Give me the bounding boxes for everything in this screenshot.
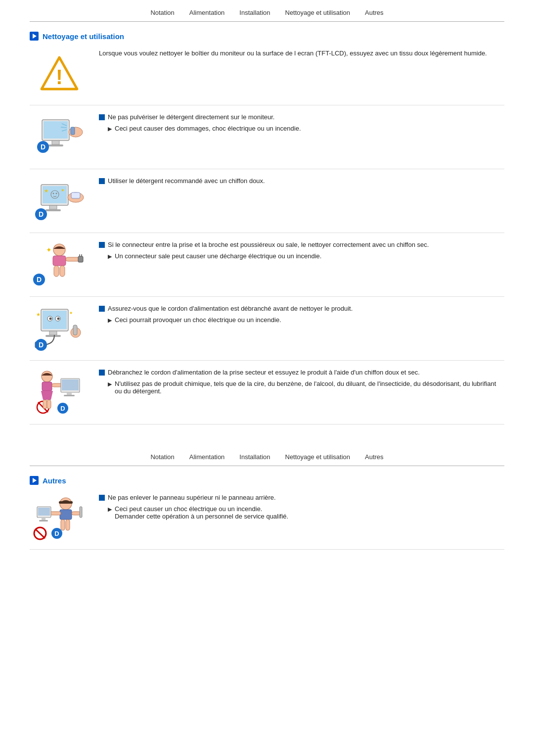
cleaning4-bullet — [99, 306, 105, 312]
svg-rect-7 — [48, 144, 63, 146]
cleaning1-bullet — [99, 114, 105, 120]
cleaning1-main-point: Ne pas pulvériser le détergent directeme… — [99, 113, 504, 121]
cleaning1-text-block: Ne pas pulvériser le détergent directeme… — [99, 112, 504, 132]
section-autres: Autres — [0, 466, 534, 555]
nav-autres[interactable]: Autres — [365, 9, 384, 16]
svg-point-19 — [56, 193, 57, 194]
others1-sub-text: Ceci peut causer un choc électrique ou u… — [115, 505, 288, 520]
svg-point-42 — [49, 317, 52, 320]
svg-rect-5 — [44, 121, 68, 139]
svg-rect-6 — [52, 141, 59, 144]
nav2-autres[interactable]: Autres — [365, 453, 384, 461]
cleaning3-sub-text: Un connecteur sale peut causer une décha… — [115, 252, 321, 260]
cleaning4-text-block: Assurez-vous que le cordon d'alimentatio… — [99, 304, 504, 324]
svg-rect-60 — [64, 395, 75, 396]
cleaning3-text-block: Si le connecteur entre la prise et la br… — [99, 240, 504, 260]
svg-text:!: ! — [56, 65, 63, 89]
svg-point-28 — [53, 244, 65, 256]
cleaning3-bullet — [99, 242, 105, 248]
nav-alimentation[interactable]: Alimentation — [189, 9, 225, 16]
cleaning1-sub-text: Ceci peut causer des dommages, choc élec… — [115, 125, 301, 132]
svg-rect-79 — [61, 520, 65, 530]
nav2-nettoyage[interactable]: Nettoyage et utilisation — [285, 453, 351, 461]
cleaning5-arrow: ▶ — [108, 381, 112, 387]
svg-text:✦: ✦ — [46, 246, 52, 254]
svg-point-44 — [57, 317, 60, 320]
svg-rect-34 — [54, 266, 59, 277]
svg-rect-31 — [78, 256, 83, 262]
section-nettoyage-title: Nettoyage et utilisation — [30, 32, 504, 41]
cleaning2-text-block: Utiliser le détergent recommandé avec un… — [99, 176, 504, 189]
cleaning5-sub-point: ▶ N'utilisez pas de produit chimique, te… — [108, 380, 504, 395]
content-row-warning: ! Lorsque vous voulez nettoyer le boîtie… — [30, 48, 504, 105]
svg-text:D: D — [54, 530, 59, 537]
section-autres-title: Autres — [30, 476, 504, 485]
svg-rect-78 — [39, 520, 48, 521]
svg-rect-73 — [72, 512, 81, 515]
svg-rect-76 — [38, 508, 50, 516]
cleaning1-image: D — [30, 112, 89, 162]
nav2-alimentation[interactable]: Alimentation — [189, 453, 225, 461]
svg-text:D: D — [37, 276, 42, 284]
svg-rect-63 — [43, 400, 47, 409]
others1-main-point: Ne pas enlever le panneau supérieur ni l… — [99, 494, 504, 501]
svg-rect-64 — [47, 400, 51, 409]
warning-text-block: Lorsque vous voulez nettoyer le boîtier … — [99, 48, 504, 57]
svg-text:D: D — [39, 210, 44, 218]
nav2-installation[interactable]: Installation — [239, 453, 270, 461]
others1-arrow: ▶ — [108, 506, 112, 513]
svg-rect-58 — [62, 379, 79, 390]
cleaning4-image: ★ ★ D — [30, 304, 89, 353]
svg-text:D: D — [60, 405, 65, 412]
svg-rect-51 — [73, 325, 77, 335]
content-row-cleaning4: ★ ★ D Assurez-vous que le cordon d'alime… — [30, 296, 504, 360]
others1-text-block: Ne pas enlever le panneau supérieur ni l… — [99, 493, 504, 520]
others1-sub-point: ▶ Ceci peut causer un choc électrique ou… — [108, 505, 504, 520]
svg-rect-47 — [49, 331, 57, 335]
cleaning3-sub-point: ▶ Un connecteur sale peut causer une déc… — [108, 252, 504, 260]
cleaning2-main-text: Utiliser le détergent recommandé avec un… — [108, 177, 265, 185]
nav2-notation[interactable]: Notation — [150, 453, 174, 461]
svg-text:★: ★ — [44, 188, 48, 193]
section-autres-label: Autres — [43, 476, 66, 485]
cleaning5-image: D — [30, 368, 89, 417]
svg-rect-35 — [60, 266, 65, 277]
warning-text: Lorsque vous voulez nettoyer le boîtier … — [99, 49, 487, 57]
svg-text:★: ★ — [61, 188, 64, 192]
content-row-cleaning1: D Ne pas pulvériser le détergent directe… — [30, 105, 504, 169]
nav-nettoyage[interactable]: Nettoyage et utilisation — [285, 9, 351, 16]
svg-line-13 — [61, 127, 67, 128]
cleaning3-image: D ✦ — [30, 240, 89, 289]
svg-rect-71 — [60, 510, 72, 520]
cleaning1-arrow: ▶ — [108, 126, 112, 132]
content-row-cleaning2: ★ ★ D Utiliser le détergent recommandé a… — [30, 169, 504, 233]
section-nettoyage-icon — [30, 32, 39, 41]
svg-rect-70 — [59, 501, 73, 504]
others1-main-text: Ne pas enlever le panneau supérieur ni l… — [108, 494, 276, 501]
nav-bar-middle: Notation Alimentation Installation Netto… — [30, 444, 504, 466]
svg-rect-74 — [80, 507, 82, 518]
svg-rect-23 — [45, 209, 61, 211]
nav-notation[interactable]: Notation — [150, 9, 174, 16]
others1-bullet — [99, 495, 105, 501]
cleaning2-image: ★ ★ D — [30, 176, 89, 226]
svg-rect-55 — [42, 382, 52, 391]
svg-rect-77 — [42, 518, 45, 520]
cleaning5-text-block: Débranchez le cordon d'alimentation de l… — [99, 368, 504, 395]
others1-image: D — [30, 493, 89, 542]
svg-text:D: D — [39, 341, 44, 349]
svg-rect-27 — [71, 192, 80, 198]
section-nettoyage-label: Nettoyage et utilisation — [43, 32, 124, 41]
warning-image: ! — [30, 48, 89, 98]
cleaning5-main-point: Débranchez le cordon d'alimentation de l… — [99, 369, 504, 376]
svg-text:★: ★ — [36, 312, 41, 317]
cleaning2-bullet — [99, 178, 105, 184]
cleaning4-sub-text: Ceci pourrait provoquer un choc électriq… — [115, 316, 281, 324]
svg-rect-48 — [45, 335, 61, 337]
svg-rect-80 — [66, 520, 70, 530]
svg-text:★: ★ — [69, 311, 73, 315]
cleaning3-arrow: ▶ — [108, 253, 112, 260]
svg-rect-59 — [67, 392, 72, 395]
nav-installation[interactable]: Installation — [239, 9, 270, 16]
cleaning5-main-text: Débranchez le cordon d'alimentation de l… — [108, 369, 420, 376]
